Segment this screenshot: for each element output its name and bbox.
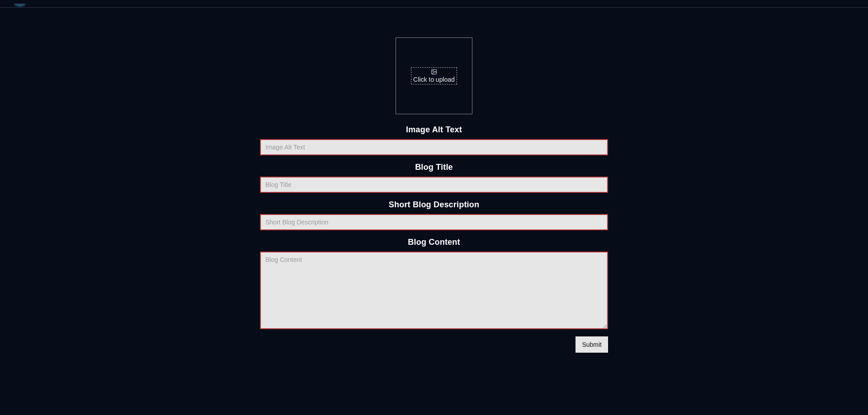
field-image-alt: Image Alt Text [260, 125, 608, 155]
image-alt-input[interactable] [260, 139, 608, 155]
field-blog-content: Blog Content [260, 238, 608, 329]
short-description-label: Short Blog Description [389, 200, 479, 210]
upload-inner: Click to upload [411, 67, 457, 84]
blog-form: Click to upload Image Alt Text Blog Titl… [260, 8, 608, 353]
image-upload-area[interactable]: Click to upload [396, 37, 472, 114]
svg-point-1 [433, 70, 434, 71]
blog-content-textarea[interactable] [260, 252, 608, 329]
image-icon [431, 69, 437, 75]
blog-title-input[interactable] [260, 177, 608, 193]
image-alt-label: Image Alt Text [406, 125, 462, 135]
submit-row: Submit [260, 336, 608, 353]
field-short-description: Short Blog Description [260, 200, 608, 230]
blog-content-label: Blog Content [408, 238, 460, 247]
topbar [0, 0, 868, 8]
short-description-input[interactable] [260, 214, 608, 230]
logo-icon [14, 4, 26, 7]
field-blog-title: Blog Title [260, 163, 608, 193]
blog-title-label: Blog Title [415, 163, 453, 172]
submit-button[interactable]: Submit [576, 336, 608, 353]
upload-label: Click to upload [413, 76, 455, 83]
